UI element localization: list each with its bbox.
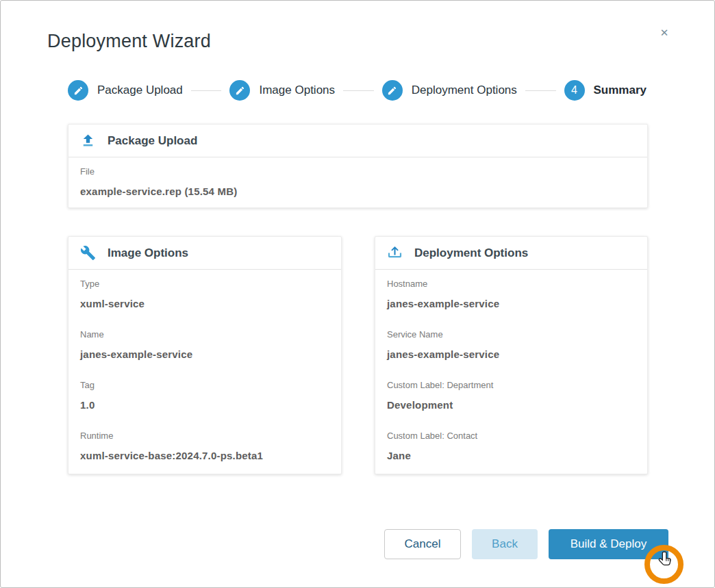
field-label: Runtime <box>80 431 329 441</box>
step-summary[interactable]: 4 Summary <box>564 80 647 101</box>
tray-upload-icon <box>387 245 403 261</box>
field-value: janes-example-service <box>387 298 636 309</box>
stepper-connector <box>525 90 556 91</box>
field-value: Development <box>387 399 636 411</box>
step-label: Deployment Options <box>412 84 517 97</box>
stepper-connector <box>343 90 374 91</box>
wizard-stepper: Package Upload Image Options Deployment … <box>68 78 647 103</box>
field-label: Hostname <box>387 279 636 289</box>
field-value: janes-example-service <box>387 348 636 360</box>
step-deployment-options[interactable]: Deployment Options <box>382 80 517 101</box>
pencil-icon <box>229 80 250 101</box>
field-label: File <box>80 166 636 177</box>
card-title: Package Upload <box>108 134 197 148</box>
field-label: Custom Label: Contact <box>387 431 636 441</box>
image-options-card-header: Image Options <box>68 237 341 270</box>
field-label: Service Name <box>387 329 636 340</box>
field-value: Jane <box>387 450 636 461</box>
back-button[interactable]: Back <box>472 529 538 559</box>
field-value: 1.0 <box>80 399 329 411</box>
deployment-options-card-body: Hostname janes-example-service Service N… <box>375 270 647 461</box>
card-title: Image Options <box>108 246 188 260</box>
field-runtime: Runtime xuml-service-base:2024.7.0-ps.be… <box>80 431 329 461</box>
field-label: Custom Label: Department <box>387 380 636 390</box>
field-value: xuml-service-base:2024.7.0-ps.beta1 <box>80 450 329 461</box>
field-label: Tag <box>80 380 329 390</box>
field-type: Type xuml-service <box>80 279 329 309</box>
upload-icon <box>80 133 96 149</box>
build-deploy-button[interactable]: Build & Deploy <box>549 529 668 559</box>
package-upload-card-header: Package Upload <box>68 125 647 157</box>
field-file: File example-service.rep (15.54 MB) <box>80 166 636 197</box>
field-hostname: Hostname janes-example-service <box>387 279 636 309</box>
field-tag: Tag 1.0 <box>80 380 329 411</box>
deployment-options-card: Deployment Options Hostname janes-exampl… <box>375 236 648 474</box>
step-package-upload[interactable]: Package Upload <box>68 80 183 101</box>
deployment-options-card-header: Deployment Options <box>375 237 647 270</box>
field-custom-label-contact: Custom Label: Contact Jane <box>387 431 636 461</box>
cancel-button[interactable]: Cancel <box>384 529 461 559</box>
package-upload-card: Package Upload File example-service.rep … <box>68 124 648 208</box>
pencil-icon <box>68 80 88 101</box>
card-title: Deployment Options <box>414 246 528 260</box>
field-value: xuml-service <box>80 298 329 309</box>
image-options-card: Image Options Type xuml-service Name jan… <box>68 236 342 474</box>
page-title: Deployment Wizard <box>47 31 211 52</box>
field-value: example-service.rep (15.54 MB) <box>80 186 636 197</box>
wrench-icon <box>80 245 96 261</box>
step-image-options[interactable]: Image Options <box>229 80 335 101</box>
field-name: Name janes-example-service <box>80 329 329 360</box>
close-icon[interactable]: ✕ <box>655 24 673 42</box>
field-custom-label-department: Custom Label: Department Development <box>387 380 636 411</box>
step-number: 4 <box>571 84 577 97</box>
deployment-wizard-dialog: Deployment Wizard ✕ Package Upload Image… <box>0 0 715 588</box>
field-label: Name <box>80 329 329 340</box>
pencil-icon <box>382 80 403 101</box>
field-service-name: Service Name janes-example-service <box>387 329 636 360</box>
footer-actions: Cancel Back Build & Deploy <box>384 529 668 559</box>
field-label: Type <box>80 279 329 289</box>
image-options-card-body: Type xuml-service Name janes-example-ser… <box>68 270 341 461</box>
step-label: Package Upload <box>97 84 183 97</box>
step-label: Summary <box>594 84 647 97</box>
field-value: janes-example-service <box>80 348 329 360</box>
stepper-connector <box>191 90 222 91</box>
step-number-badge: 4 <box>564 80 585 101</box>
step-label: Image Options <box>259 84 335 97</box>
package-upload-card-body: File example-service.rep (15.54 MB) <box>68 157 647 197</box>
